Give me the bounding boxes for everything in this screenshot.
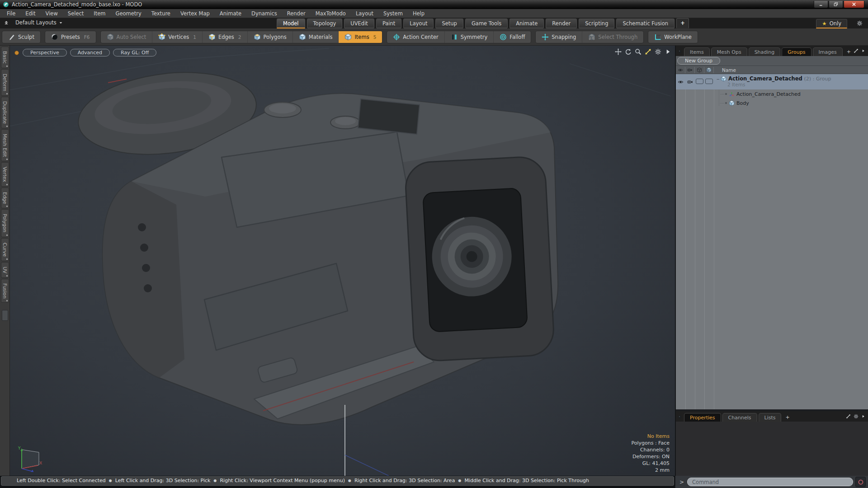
toolbar-button-symmetry[interactable]: Symmetry xyxy=(444,31,494,43)
sidebar-handle[interactable] xyxy=(2,310,8,321)
layout-tab-setup[interactable]: Setup xyxy=(435,19,463,28)
layout-tab-game-tools[interactable]: Game Tools xyxy=(465,19,508,28)
panel-maximize-icon[interactable] xyxy=(846,413,851,419)
toolbar-button-snapping[interactable]: Snapping xyxy=(536,31,582,43)
command-input[interactable] xyxy=(687,478,853,486)
panel-tab-channels[interactable]: Channels xyxy=(722,413,757,422)
expand-arrows-icon xyxy=(854,48,859,53)
menu-layout[interactable]: Layout xyxy=(351,9,378,18)
menu-geometry[interactable]: Geometry xyxy=(111,9,146,18)
restore-button[interactable] xyxy=(829,1,843,8)
viewport-mode-dot[interactable] xyxy=(14,51,19,55)
tree-row-group[interactable]: ‒ Action_Camera_Detached (2) : Group2 It… xyxy=(676,74,868,89)
layout-tab-uvedit[interactable]: UVEdit xyxy=(344,19,374,28)
layout-tab-schematic-fusion[interactable]: Schematic Fusion xyxy=(616,19,675,28)
toolbar-button-edges[interactable]: Edges2 xyxy=(202,31,247,43)
new-group-button[interactable]: New Group xyxy=(677,57,720,65)
layout-tab-render[interactable]: Render xyxy=(546,19,577,28)
tree-row-locator[interactable]: Action_Camera_Detached xyxy=(676,89,868,99)
panel-tab-items[interactable]: Items xyxy=(684,47,710,56)
menu-texture[interactable]: Texture xyxy=(146,9,175,18)
toolbar-button-sculpt[interactable]: Sculpt xyxy=(2,31,40,43)
layout-gear-icon[interactable] xyxy=(857,20,863,26)
toolbar-button-vertices[interactable]: Vertices1 xyxy=(152,31,202,43)
panel-gear-icon[interactable] xyxy=(854,413,859,419)
command-history-icon[interactable] xyxy=(855,477,866,487)
menu-maxtomodo[interactable]: MaxToModo xyxy=(311,9,351,18)
viewport-button-advanced[interactable]: Advanced xyxy=(70,49,110,56)
panel-tab-mesh-ops[interactable]: Mesh Ops xyxy=(711,47,747,56)
add-panel-tab-button[interactable]: + xyxy=(844,47,854,56)
menu-render[interactable]: Render xyxy=(282,9,311,18)
menu-edit[interactable]: Edit xyxy=(20,9,40,18)
menu-animate[interactable]: Animate xyxy=(215,9,246,18)
panel-tab-images[interactable]: Images xyxy=(813,47,843,56)
menu-system[interactable]: System xyxy=(378,9,408,18)
toolbar-button-presets[interactable]: PresetsF6 xyxy=(45,31,96,43)
viewport-zoom-icon[interactable] xyxy=(635,48,642,55)
toolbar-button-auto-select[interactable]: Auto Select xyxy=(101,31,152,43)
panel-expand-icon[interactable] xyxy=(861,47,865,54)
sidebar-tab-curve[interactable]: Curve xyxy=(1,238,9,261)
toolbar-button-polygons[interactable]: Polygons xyxy=(247,31,292,43)
row-visibility-toggle[interactable] xyxy=(676,79,685,85)
viewport-maximize-icon[interactable] xyxy=(645,48,651,55)
row-toggle-2[interactable] xyxy=(704,79,714,85)
viewport-play-icon[interactable] xyxy=(665,48,671,55)
toolbar-button-workplane[interactable]: WorkPlane xyxy=(648,31,698,43)
close-button[interactable] xyxy=(844,1,864,8)
sidebar-tab-polygon[interactable]: Polygon xyxy=(1,209,9,237)
layout-tab-topology[interactable]: Topology xyxy=(307,19,343,28)
panel-tab-shading[interactable]: Shading xyxy=(749,47,781,56)
panel-tab-properties[interactable]: Properties xyxy=(684,413,721,422)
panel-maximize-icon[interactable] xyxy=(854,47,859,54)
menu-vertex-map[interactable]: Vertex Map xyxy=(175,9,215,18)
sidebar-tab-vertex[interactable]: Vertex xyxy=(1,162,9,187)
toolbar-button-falloff[interactable]: Falloff xyxy=(493,31,531,43)
panel-corner-icon[interactable] xyxy=(678,48,682,54)
sidebar-tab-basic[interactable]: Basic xyxy=(1,47,9,68)
toolbar-button-action-center[interactable]: Action Center xyxy=(387,31,444,43)
row-toggle-1[interactable] xyxy=(695,79,704,85)
sidebar-tab-uv[interactable]: UV xyxy=(1,262,9,278)
row-render-toggle[interactable] xyxy=(685,79,695,85)
3d-viewport[interactable]: PerspectiveAdvancedRay GL: Off No ItemsP… xyxy=(10,46,675,476)
menu-item[interactable]: Item xyxy=(89,9,110,18)
panel-corner-icon[interactable] xyxy=(678,413,682,420)
layout-tab-model[interactable]: Model xyxy=(277,19,305,28)
sidebar-tab-deform[interactable]: Deform xyxy=(1,69,9,96)
menu-select[interactable]: Select xyxy=(63,9,89,18)
viewport-button-ray-gl-off[interactable]: Ray GL: Off xyxy=(113,49,156,56)
toolbar-button-items[interactable]: Items5 xyxy=(338,31,382,43)
viewport-gear-icon[interactable] xyxy=(655,48,661,55)
menu-dynamics[interactable]: Dynamics xyxy=(246,9,282,18)
cube-blue-icon xyxy=(344,33,352,41)
sidebar-tab-duplicate[interactable]: Duplicate xyxy=(1,97,9,128)
menu-file[interactable]: File xyxy=(2,9,20,18)
layout-tab-layout[interactable]: Layout xyxy=(403,19,434,28)
minimize-button[interactable] xyxy=(814,1,828,8)
panel-expand-icon[interactable] xyxy=(861,413,865,419)
layout-tab-scripting[interactable]: Scripting xyxy=(579,19,614,28)
viewport-rotate-icon[interactable] xyxy=(625,48,632,55)
layout-tab-paint[interactable]: Paint xyxy=(376,19,401,28)
toolbar-button-select-through[interactable]: Select Through xyxy=(582,31,643,43)
tree-row-mesh[interactable]: Body xyxy=(676,99,868,108)
viewport-button-perspective[interactable]: Perspective xyxy=(23,49,67,56)
panel-tab-lists[interactable]: Lists xyxy=(759,413,782,422)
menu-help[interactable]: Help xyxy=(408,9,429,18)
sidebar-tab-fusion[interactable]: Fusion xyxy=(1,279,9,303)
add-panel-tab-button[interactable]: + xyxy=(783,413,792,422)
default-layouts-switcher[interactable]: Default Layouts xyxy=(4,19,63,26)
collapse-indicator[interactable]: ‒ xyxy=(717,76,719,81)
panel-tab-groups[interactable]: Groups xyxy=(782,47,811,56)
viewport-pan-icon[interactable] xyxy=(615,48,622,55)
layout-tab-animate[interactable]: Animate xyxy=(509,19,544,28)
toolbar-button-materials[interactable]: Materials xyxy=(292,31,339,43)
sidebar-tab-edge[interactable]: Edge xyxy=(1,188,9,208)
sidebar-tab-mesh-edit[interactable]: Mesh Edit xyxy=(1,129,9,161)
menu-view[interactable]: View xyxy=(41,9,63,18)
add-layout-tab-button[interactable]: + xyxy=(676,18,689,28)
only-button[interactable]: ★Only xyxy=(816,19,847,28)
corner-dot-icon xyxy=(678,49,682,54)
